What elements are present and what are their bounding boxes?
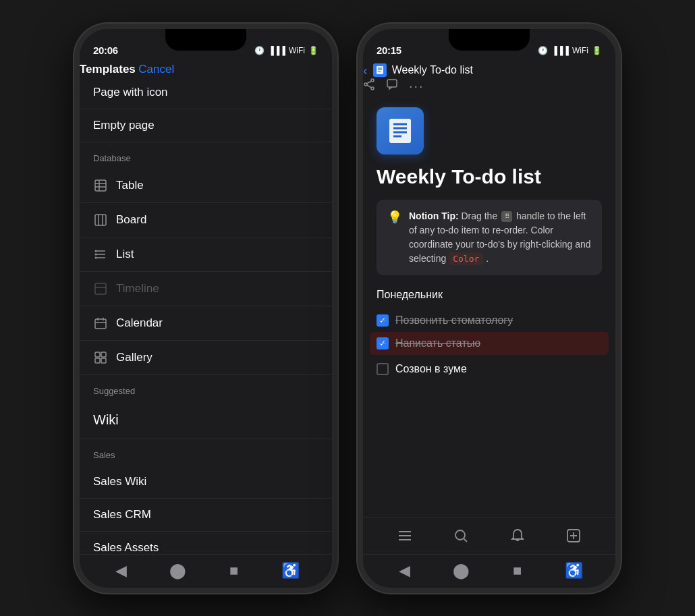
checkbox-2[interactable]: ✓ xyxy=(377,337,389,349)
sales-crm-label: Sales CRM xyxy=(93,508,151,522)
template-item-sales-assets[interactable]: Sales Assets xyxy=(80,532,332,554)
share-icon[interactable] xyxy=(363,78,375,94)
svg-rect-20 xyxy=(101,352,106,357)
back-nav-2[interactable]: ◀ xyxy=(390,556,420,586)
status-icons-2: 🕐 ▐▐▐ WiFi 🔋 xyxy=(538,46,602,55)
wifi-icon-2: WiFi xyxy=(572,46,588,55)
signal-icon-2: ▐▐▐ xyxy=(551,46,569,55)
svg-line-30 xyxy=(367,81,372,84)
template-item-sales-wiki[interactable]: Sales Wiki xyxy=(80,466,332,499)
todo-text-3: Созвон в зуме xyxy=(395,363,467,375)
template-list: Page with icon Empty page Database xyxy=(80,76,332,554)
calendar-label: Calendar xyxy=(116,316,163,330)
tip-code: Color xyxy=(449,252,483,265)
svg-rect-22 xyxy=(101,358,106,363)
status-bar-1: 20:06 🕐 ▐▐▐ WiFi 🔋 xyxy=(80,29,332,63)
cancel-button[interactable]: Cancel xyxy=(138,63,174,76)
back-button[interactable]: ‹ xyxy=(363,63,368,78)
drag-dots-icon: ⠿ xyxy=(501,211,512,222)
back-nav[interactable]: ◀ xyxy=(107,556,136,586)
nav-header-1: Templates Cancel xyxy=(80,63,332,76)
svg-point-27 xyxy=(371,79,374,82)
square-nav[interactable]: ■ xyxy=(219,556,249,586)
tip-bold: Notion Tip: xyxy=(409,211,459,221)
template-item-table[interactable]: Table xyxy=(80,169,332,203)
more-icon[interactable]: ··· xyxy=(409,78,424,94)
top-nav-2: ‹ Weekly To-do list xyxy=(363,63,615,94)
home-nav-2[interactable]: ⬤ xyxy=(446,556,476,586)
empty-page-label: Empty page xyxy=(93,119,155,132)
template-item-gallery[interactable]: Gallery xyxy=(80,341,332,375)
todo-text-1: Позвонить стоматологу xyxy=(395,314,513,327)
section-suggested: Suggested xyxy=(80,375,332,401)
list-label: List xyxy=(116,248,134,261)
accessibility-nav[interactable]: ♿ xyxy=(275,556,305,586)
page-icon-large xyxy=(377,107,424,155)
bell-toolbar-icon[interactable] xyxy=(503,521,532,551)
page-with-icon-label: Page with icon xyxy=(93,86,168,99)
battery-icon: 🔋 xyxy=(308,46,318,55)
search-toolbar-icon[interactable] xyxy=(446,521,476,551)
phone-left: 20:06 🕐 ▐▐▐ WiFi 🔋 Templates Cancel xyxy=(74,24,337,593)
template-item-board[interactable]: Board xyxy=(80,203,332,237)
todo-item-1[interactable]: ✓ Позвонить стоматологу xyxy=(377,309,602,332)
todo-item-3[interactable]: Созвон в зуме xyxy=(377,358,602,381)
template-item-sales-crm[interactable]: Sales CRM xyxy=(80,499,332,532)
list-toolbar-icon[interactable] xyxy=(390,521,420,551)
page-title: Weekly To-do list xyxy=(377,165,602,188)
table-label: Table xyxy=(116,179,144,192)
svg-rect-33 xyxy=(389,119,411,143)
page-nav-title: Weekly To-do list xyxy=(392,64,473,76)
svg-rect-19 xyxy=(95,352,100,357)
page-icon-small xyxy=(373,63,387,77)
svg-rect-21 xyxy=(95,358,100,363)
phone-right: 20:15 🕐 ▐▐▐ WiFi 🔋 ‹ xyxy=(358,24,621,593)
svg-rect-15 xyxy=(95,319,106,329)
todo-text-2: Написать статью xyxy=(395,337,480,349)
board-label: Board xyxy=(116,213,146,227)
accessibility-nav-2[interactable]: ♿ xyxy=(559,556,588,586)
chat-icon[interactable] xyxy=(386,78,398,94)
todo-item-2[interactable]: ✓ Написать статью xyxy=(370,332,609,355)
tip-text3: . xyxy=(486,253,489,264)
tip-text1: Drag the xyxy=(462,211,501,221)
gallery-icon xyxy=(93,350,108,365)
svg-point-41 xyxy=(455,530,465,540)
bottom-toolbar xyxy=(363,517,615,554)
wiki-label: Wiki xyxy=(93,412,119,428)
list-icon xyxy=(93,247,108,262)
checkbox-1[interactable]: ✓ xyxy=(377,314,389,327)
section-sales: Sales xyxy=(80,439,332,466)
content-area: Weekly To-do list 💡 Notion Tip: Drag the… xyxy=(363,94,615,517)
svg-point-12 xyxy=(95,256,97,258)
svg-point-11 xyxy=(95,253,97,255)
status-time-2: 20:15 xyxy=(377,45,401,56)
table-icon xyxy=(93,178,108,193)
day-header: Понедельник xyxy=(377,289,602,301)
checkbox-3[interactable] xyxy=(377,363,389,375)
add-toolbar-icon[interactable] xyxy=(559,521,588,551)
template-item-empty-page[interactable]: Empty page xyxy=(80,109,332,142)
calendar-icon xyxy=(93,316,108,331)
template-item-wiki[interactable]: Wiki xyxy=(80,401,332,439)
sales-wiki-label: Sales Wiki xyxy=(93,475,146,488)
template-item-list[interactable]: List xyxy=(80,237,332,272)
template-item-calendar[interactable]: Calendar xyxy=(80,306,332,341)
phone1-content: 20:06 🕐 ▐▐▐ WiFi 🔋 Templates Cancel xyxy=(80,29,332,588)
status-icons-1: 🕐 ▐▐▐ WiFi 🔋 xyxy=(254,46,318,55)
top-nav-right: ··· xyxy=(363,78,615,94)
svg-rect-0 xyxy=(95,180,106,191)
alarm-icon: 🕐 xyxy=(254,46,265,55)
template-item-page-with-icon[interactable]: Page with icon xyxy=(80,76,332,109)
svg-point-10 xyxy=(95,250,97,252)
home-nav[interactable]: ⬤ xyxy=(163,556,192,586)
tip-content: Notion Tip: Drag the ⠿ handle to the lef… xyxy=(409,209,591,266)
svg-point-29 xyxy=(364,83,367,86)
section-database: Database xyxy=(80,142,332,169)
square-nav-2[interactable]: ■ xyxy=(503,556,532,586)
top-nav-left: ‹ Weekly To-do list xyxy=(363,63,615,78)
signal-icon: ▐▐▐ xyxy=(268,46,285,55)
battery-icon-2: 🔋 xyxy=(592,46,602,55)
sales-assets-label: Sales Assets xyxy=(93,541,159,554)
templates-title: Templates xyxy=(80,63,136,76)
